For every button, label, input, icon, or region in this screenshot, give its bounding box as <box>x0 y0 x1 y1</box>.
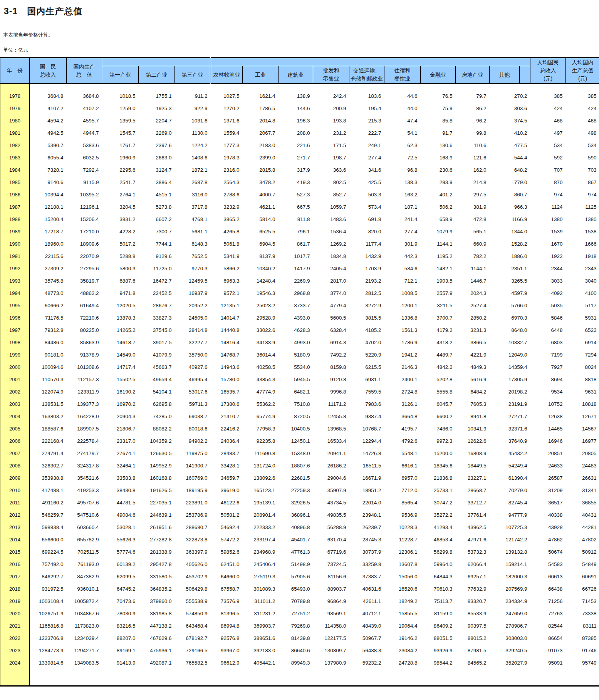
value-cell: 363397.9 <box>175 546 211 558</box>
value-cell: 379860.0 <box>139 595 175 607</box>
value-cell: 1886.0 <box>490 250 530 262</box>
value-cell: 32371.6 <box>490 422 530 435</box>
value-cell: 5616.9 <box>456 373 490 385</box>
value-cell: 5931 <box>566 311 599 324</box>
value-cell: 3204.5 <box>102 201 139 213</box>
value-cell: 1234029.4 <box>67 632 102 644</box>
value-cell: 5341.9 <box>211 250 243 262</box>
table-row: 199990181.091378.914549.041079.935750.01… <box>0 348 599 361</box>
value-cell: 301.9 <box>384 238 421 250</box>
value-cell: 495707.6 <box>67 496 102 509</box>
value-cell: 22416.2 <box>211 422 243 435</box>
value-cell: 41293.4 <box>421 521 456 533</box>
value-cell: 5390.7 <box>30 139 67 151</box>
value-cell: 83111 <box>566 620 599 632</box>
value-cell: 703 <box>566 164 599 176</box>
value-cell: 274179.7 <box>67 447 102 459</box>
value-cell: 8159.8 <box>313 361 349 373</box>
value-cell: 3831.2 <box>102 213 139 225</box>
value-cell: 8818 <box>566 373 599 385</box>
value-cell: 9972.3 <box>421 435 456 447</box>
value-cell: 230.6 <box>421 164 456 176</box>
value-cell: 547510.6 <box>67 509 102 521</box>
value-cell: 22014.0 <box>349 496 384 509</box>
value-cell: 30747.2 <box>421 496 456 509</box>
value-cell: 149952.9 <box>139 459 175 472</box>
value-cell: 160168.8 <box>139 472 175 484</box>
value-cell: 83320.7 <box>456 595 490 607</box>
value-cell: 506.2 <box>421 201 456 213</box>
page-title: 3-1 国内生产总值 <box>0 0 599 17</box>
value-cell: 2817.0 <box>313 275 349 287</box>
table-row: 198712188.112196.13204.55273.83717.83232… <box>0 201 599 213</box>
value-cell: 72751.2 <box>279 607 313 620</box>
year-cell: 1981 <box>0 127 30 139</box>
table-row: 19847328.17292.42295.63124.71872.12316.0… <box>0 164 599 176</box>
value-cell: 405442.1 <box>243 656 279 669</box>
value-cell: 6931.1 <box>349 373 384 385</box>
value-cell: 72.5 <box>384 151 421 164</box>
table-row: 198815200.415206.43831.26607.24768.13865… <box>0 213 599 225</box>
value-cell: 67558.7 <box>211 583 243 595</box>
value-cell: 7199 <box>530 348 566 361</box>
value-cell: 472.8 <box>456 213 490 225</box>
value-cell: 6045.7 <box>421 398 456 410</box>
table-row: 198917218.717210.04228.27300.75681.14265… <box>0 225 599 238</box>
value-cell: 223891.0 <box>175 496 211 509</box>
value-cell: 847382.9 <box>67 570 102 583</box>
value-cell: 3815.5 <box>349 311 384 324</box>
value-cell: 91413.9 <box>102 656 139 669</box>
table-row: 19814942.54944.71545.72269.01130.01559.4… <box>0 127 599 139</box>
table-row: 2000100094.6101308.614717.445663.740927.… <box>0 361 599 373</box>
value-cell: 163.2 <box>384 188 421 201</box>
col-header-wholesale-retail: 批发和 零售业 <box>313 66 349 84</box>
table-row: 199122115.622070.95288.89129.67652.55341… <box>0 250 599 262</box>
value-cell: 86640.6 <box>279 644 313 656</box>
value-cell: 974 <box>530 188 566 201</box>
value-cell: 89169.1 <box>102 644 139 656</box>
value-cell: 329240.5 <box>490 644 530 656</box>
value-cell: 5061.8 <box>211 238 243 250</box>
value-cell: 33428.1 <box>211 459 243 472</box>
value-cell: 76.5 <box>421 90 456 102</box>
value-cell: 385 <box>566 90 599 102</box>
value-cell: 196.3 <box>279 114 313 127</box>
value-cell: 4628.3 <box>279 324 313 336</box>
table-row: 2008326302.7324317.832464.1149952.914190… <box>0 459 599 472</box>
value-cell: 195.4 <box>349 102 384 114</box>
value-cell: 162.0 <box>456 164 490 176</box>
table-row: 2003138531.5139377.316970.262695.859711.… <box>0 398 599 410</box>
value-cell: 24728.8 <box>384 656 421 669</box>
col-header-primary: 第一产业 <box>102 66 139 84</box>
value-cell: 90397.5 <box>456 620 490 632</box>
year-cell: 1991 <box>0 250 30 262</box>
gdp-table: 年 份 国 民 总收入 国内生产 总 值 人均国民 总收入 (元) 人均国内 生… <box>0 57 599 687</box>
value-cell: 18909.6 <box>67 238 102 250</box>
value-cell: 32464.1 <box>102 459 139 472</box>
value-cell: 1666 <box>566 238 599 250</box>
value-cell: 79.7 <box>456 90 490 102</box>
value-cell: 138.9 <box>279 90 313 102</box>
value-cell: 261951.6 <box>139 521 175 533</box>
value-cell: 4768.1 <box>175 213 211 225</box>
value-cell: 23191.9 <box>490 398 530 410</box>
value-cell: 70279.0 <box>490 484 530 496</box>
value-cell: 21806.7 <box>102 422 139 435</box>
value-cell: 3126.1 <box>384 398 421 410</box>
value-cell: 10752 <box>530 398 566 410</box>
value-cell: 1670 <box>530 238 566 250</box>
value-cell: 47.4 <box>384 114 421 127</box>
value-cell: 54583 <box>530 558 566 570</box>
value-cell: 2399.0 <box>243 151 279 164</box>
value-cell: 15348.0 <box>279 447 313 459</box>
col-header-gni-per-capita: 人均国民 总收入 (元) <box>530 58 566 84</box>
value-cell: 45401.7 <box>279 533 313 546</box>
value-cell: 88207.0 <box>102 632 139 644</box>
value-cell: 14014.7 <box>211 311 243 324</box>
value-cell: 311011.2 <box>243 595 279 607</box>
value-cell: 64660.0 <box>211 570 243 583</box>
year-cell: 2020 <box>0 607 30 620</box>
value-cell: 5383.6 <box>67 139 102 151</box>
table-row: 2002122074.9123311.916190.254104.153017.… <box>0 385 599 398</box>
value-cell: 15855.5 <box>384 607 421 620</box>
